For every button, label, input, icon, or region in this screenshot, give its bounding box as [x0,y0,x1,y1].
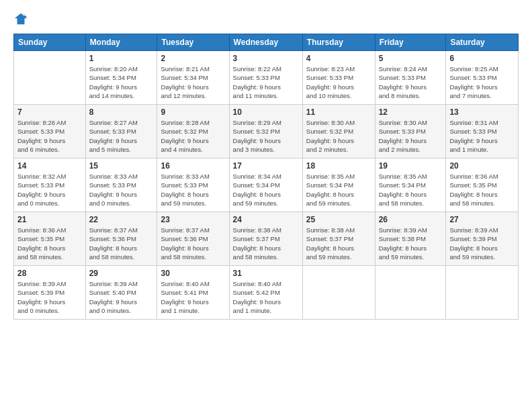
calendar-cell: 5Sunrise: 8:24 AM Sunset: 5:33 PM Daylig… [375,51,446,105]
calendar-cell: 12Sunrise: 8:30 AM Sunset: 5:33 PM Dayli… [375,105,446,158]
day-number: 3 [233,54,299,63]
calendar-cell: 15Sunrise: 8:33 AM Sunset: 5:33 PM Dayli… [85,158,157,212]
day-number: 6 [449,54,515,63]
day-info: Sunrise: 8:27 AM Sunset: 5:33 PM Dayligh… [89,118,154,154]
day-number: 10 [233,107,299,117]
logo [13,12,30,27]
day-number: 22 [89,215,154,224]
logo-icon [13,12,28,27]
day-info: Sunrise: 8:24 AM Sunset: 5:33 PM Dayligh… [379,64,443,100]
day-number: 21 [17,215,82,224]
calendar-cell: 16Sunrise: 8:33 AM Sunset: 5:33 PM Dayli… [157,158,229,212]
day-info: Sunrise: 8:34 AM Sunset: 5:34 PM Dayligh… [233,172,299,208]
day-number: 14 [17,161,82,171]
calendar-cell: 21Sunrise: 8:36 AM Sunset: 5:35 PM Dayli… [14,212,86,266]
calendar-cell: 30Sunrise: 8:40 AM Sunset: 5:41 PM Dayli… [157,266,229,320]
calendar-cell: 20Sunrise: 8:36 AM Sunset: 5:35 PM Dayli… [446,158,519,212]
week-row-5: 28Sunrise: 8:39 AM Sunset: 5:39 PM Dayli… [14,266,519,320]
calendar-cell: 24Sunrise: 8:38 AM Sunset: 5:37 PM Dayli… [229,212,302,266]
calendar-cell: 31Sunrise: 8:40 AM Sunset: 5:42 PM Dayli… [229,266,302,320]
header [13,12,519,27]
day-info: Sunrise: 8:30 AM Sunset: 5:32 PM Dayligh… [306,118,371,154]
day-info: Sunrise: 8:35 AM Sunset: 5:34 PM Dayligh… [379,172,443,208]
weekday-header-sunday: Sunday [14,34,86,51]
day-number: 16 [161,161,225,171]
day-number: 30 [161,269,225,278]
weekday-header-tuesday: Tuesday [157,34,229,51]
weekday-header-monday: Monday [85,34,157,51]
weekday-header-thursday: Thursday [302,34,375,51]
day-info: Sunrise: 8:32 AM Sunset: 5:33 PM Dayligh… [17,172,82,208]
calendar-cell: 11Sunrise: 8:30 AM Sunset: 5:32 PM Dayli… [302,105,375,158]
calendar-cell [14,51,86,105]
calendar-cell: 27Sunrise: 8:39 AM Sunset: 5:39 PM Dayli… [446,212,519,266]
calendar-cell: 9Sunrise: 8:28 AM Sunset: 5:32 PM Daylig… [157,105,229,158]
day-number: 18 [306,161,371,171]
day-number: 31 [233,269,299,278]
day-number: 12 [379,107,443,117]
day-number: 2 [161,54,225,63]
weekday-header-friday: Friday [375,34,446,51]
day-number: 5 [379,54,443,63]
day-number: 13 [449,107,515,117]
day-info: Sunrise: 8:25 AM Sunset: 5:33 PM Dayligh… [449,64,515,100]
day-info: Sunrise: 8:28 AM Sunset: 5:32 PM Dayligh… [161,118,225,154]
day-info: Sunrise: 8:36 AM Sunset: 5:35 PM Dayligh… [17,226,82,261]
calendar-cell: 19Sunrise: 8:35 AM Sunset: 5:34 PM Dayli… [375,158,446,212]
day-info: Sunrise: 8:23 AM Sunset: 5:33 PM Dayligh… [306,64,371,100]
day-info: Sunrise: 8:39 AM Sunset: 5:39 PM Dayligh… [449,226,515,261]
calendar-cell [446,266,519,320]
day-number: 8 [89,107,154,117]
day-info: Sunrise: 8:37 AM Sunset: 5:36 PM Dayligh… [89,226,154,261]
calendar-cell: 28Sunrise: 8:39 AM Sunset: 5:39 PM Dayli… [14,266,86,320]
day-number: 4 [306,54,371,63]
day-info: Sunrise: 8:38 AM Sunset: 5:37 PM Dayligh… [233,226,299,261]
day-info: Sunrise: 8:21 AM Sunset: 5:34 PM Dayligh… [161,64,225,100]
day-info: Sunrise: 8:39 AM Sunset: 5:38 PM Dayligh… [379,226,443,261]
week-row-3: 14Sunrise: 8:32 AM Sunset: 5:33 PM Dayli… [14,158,519,212]
calendar-cell: 23Sunrise: 8:37 AM Sunset: 5:36 PM Dayli… [157,212,229,266]
day-number: 1 [89,54,154,63]
weekday-header-saturday: Saturday [446,34,519,51]
calendar-cell: 22Sunrise: 8:37 AM Sunset: 5:36 PM Dayli… [85,212,157,266]
svg-marker-0 [15,13,27,25]
day-info: Sunrise: 8:20 AM Sunset: 5:34 PM Dayligh… [89,64,154,100]
day-number: 9 [161,107,225,117]
week-row-1: 1Sunrise: 8:20 AM Sunset: 5:34 PM Daylig… [14,51,519,105]
calendar-cell [375,266,446,320]
day-info: Sunrise: 8:33 AM Sunset: 5:33 PM Dayligh… [161,172,225,208]
day-info: Sunrise: 8:37 AM Sunset: 5:36 PM Dayligh… [161,226,225,261]
calendar-cell: 1Sunrise: 8:20 AM Sunset: 5:34 PM Daylig… [85,51,157,105]
calendar-cell: 6Sunrise: 8:25 AM Sunset: 5:33 PM Daylig… [446,51,519,105]
calendar-cell: 3Sunrise: 8:22 AM Sunset: 5:33 PM Daylig… [229,51,302,105]
day-number: 15 [89,161,154,171]
day-info: Sunrise: 8:39 AM Sunset: 5:40 PM Dayligh… [89,279,154,315]
day-info: Sunrise: 8:36 AM Sunset: 5:35 PM Dayligh… [449,172,515,208]
day-info: Sunrise: 8:33 AM Sunset: 5:33 PM Dayligh… [89,172,154,208]
calendar-cell: 25Sunrise: 8:38 AM Sunset: 5:37 PM Dayli… [302,212,375,266]
day-number: 27 [449,215,515,224]
calendar-cell: 4Sunrise: 8:23 AM Sunset: 5:33 PM Daylig… [302,51,375,105]
day-number: 28 [17,269,82,278]
calendar-cell [302,266,375,320]
calendar-cell: 29Sunrise: 8:39 AM Sunset: 5:40 PM Dayli… [85,266,157,320]
day-info: Sunrise: 8:39 AM Sunset: 5:39 PM Dayligh… [17,279,82,315]
day-number: 19 [379,161,443,171]
calendar-cell: 8Sunrise: 8:27 AM Sunset: 5:33 PM Daylig… [85,105,157,158]
day-number: 20 [449,161,515,171]
day-info: Sunrise: 8:35 AM Sunset: 5:34 PM Dayligh… [306,172,371,208]
day-number: 24 [233,215,299,224]
day-number: 11 [306,107,371,117]
weekday-header-wednesday: Wednesday [229,34,302,51]
calendar-cell: 14Sunrise: 8:32 AM Sunset: 5:33 PM Dayli… [14,158,86,212]
day-info: Sunrise: 8:29 AM Sunset: 5:32 PM Dayligh… [233,118,299,154]
day-info: Sunrise: 8:22 AM Sunset: 5:33 PM Dayligh… [233,64,299,100]
day-info: Sunrise: 8:40 AM Sunset: 5:41 PM Dayligh… [161,279,225,315]
day-info: Sunrise: 8:30 AM Sunset: 5:33 PM Dayligh… [379,118,443,154]
day-number: 29 [89,269,154,278]
calendar: SundayMondayTuesdayWednesdayThursdayFrid… [13,34,519,320]
calendar-cell: 18Sunrise: 8:35 AM Sunset: 5:34 PM Dayli… [302,158,375,212]
day-number: 25 [306,215,371,224]
week-row-2: 7Sunrise: 8:26 AM Sunset: 5:33 PM Daylig… [14,105,519,158]
calendar-cell: 17Sunrise: 8:34 AM Sunset: 5:34 PM Dayli… [229,158,302,212]
